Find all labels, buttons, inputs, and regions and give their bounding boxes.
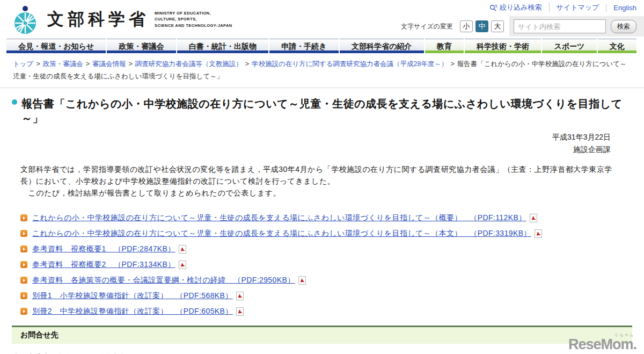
filter-search-link[interactable]: 絞り込み検索	[482, 3, 549, 12]
nav-item[interactable]: 申請・手続き	[269, 39, 339, 53]
publish-department: 施設企画課	[12, 143, 611, 156]
nav-item[interactable]: 文化	[598, 39, 636, 53]
font-size-switcher: 文字サイズの変更 小 中 大	[401, 20, 504, 32]
resemom-watermark: リセマム ReseMom.	[568, 337, 636, 352]
breadcrumb-link[interactable]: 学校施設の在り方に関する調査研究協力者会議（平成28年度～）	[252, 60, 448, 68]
header-tools: 文字サイズの変更 小 中 大 検索	[401, 16, 644, 37]
pdf-icon[interactable]	[236, 292, 244, 300]
breadcrumb-link[interactable]: 審議会情報	[92, 60, 126, 68]
breadcrumb-separator: >	[36, 60, 40, 68]
intro-paragraph-1: 文部科学省では，学習指導要領の改訂や社会状況の変化等を踏まえ，平成30年4月から…	[20, 163, 624, 187]
header-logo[interactable]: 文部科学省 MINISTRY OF EDUCATION, CULTURE, SP…	[11, 4, 232, 34]
breadcrumb-separator: >	[451, 60, 455, 68]
nav-item[interactable]: 会見・報道・お知らせ	[6, 39, 106, 53]
font-size-small-button[interactable]: 小	[460, 20, 473, 32]
site-header: 文部科学省 MINISTRY OF EDUCATION, CULTURE, SP…	[0, 0, 644, 37]
global-nav: 会見・報道・お知らせ 政策・審議会 白書・統計・出版物 申請・手続き 文部科学省…	[0, 37, 644, 53]
nav-item[interactable]: 白書・統計・出版物	[177, 39, 268, 53]
breadcrumb-item: 政策・審議会>	[43, 60, 92, 68]
arrow-bullet-icon	[20, 308, 27, 315]
intro-paragraphs: 文部科学省では，学習指導要領の改訂や社会状況の変化等を踏まえ，平成30年4月から…	[20, 163, 624, 199]
nav-item[interactable]: 文部科学省の紹介	[340, 39, 424, 53]
page-title: 報告書「これからの小・中学校施設の在り方について～児童・生徒の成長を支える場にふ…	[21, 97, 628, 126]
page-title-row: 報告書「これからの小・中学校施設の在り方について～児童・生徒の成長を支える場にふ…	[12, 97, 632, 126]
arrow-bullet-icon	[20, 230, 27, 237]
breadcrumb-link[interactable]: 政策・審議会	[43, 60, 83, 68]
doc-link-row: 参考資料 視察概要1 （PDF:2847KB）	[20, 244, 632, 254]
pdf-document-link[interactable]: 別冊1 小学校施設整備指針（改訂案） （PDF:568KB）	[32, 291, 233, 301]
doc-link-row: 参考資料 各施策等の概要・会議設置要綱・検討の経緯 （PDF:2950KB）	[20, 276, 632, 285]
main-content: 報告書「これからの小・中学校施設の在り方について～児童・生徒の成長を支える場にふ…	[0, 97, 644, 344]
breadcrumb-item: 学校施設の在り方に関する調査研究協力者会議（平成28年度～）>	[252, 60, 457, 68]
nav-item[interactable]: スポーツ	[542, 39, 596, 53]
doc-link-row: 別冊2 中学校施設整備指針（改訂案） （PDF:605KB）	[20, 307, 632, 316]
nav-item[interactable]: 政策・審議会	[107, 39, 175, 53]
pdf-icon[interactable]	[298, 276, 306, 285]
pdf-document-link[interactable]: これからの小・中学校施設の在り方について～児童・生徒の成長を支える場にふさわしい…	[32, 213, 526, 223]
title-bullet-icon	[12, 99, 17, 105]
font-size-large-button[interactable]: 大	[491, 20, 504, 32]
contact-heading-bar: お問合せ先	[12, 326, 632, 344]
arrow-bullet-icon	[20, 277, 27, 284]
pdf-document-link[interactable]: 別冊2 中学校施設整備指針（改訂案） （PDF:605KB）	[32, 307, 233, 316]
logo-subtitle: MINISTRY OF EDUCATION, CULTURE, SPORTS, …	[155, 10, 232, 28]
arrow-bullet-icon	[20, 292, 27, 299]
breadcrumb-separator: >	[86, 60, 90, 68]
site-search-panel: 検索	[509, 16, 644, 37]
doc-link-row: これからの小・中学校施設の在り方について～児童・生徒の成長を支える場にふさわしい…	[20, 213, 632, 223]
site-search-input[interactable]	[514, 19, 606, 33]
font-size-medium-button[interactable]: 中	[475, 20, 488, 32]
intro-paragraph-2: このたび，検討結果が報告書として取りまとめられたので公表します。	[20, 187, 624, 199]
breadcrumb-separator: >	[245, 60, 249, 68]
search-filter-icon	[489, 4, 497, 11]
breadcrumb-separator: >	[129, 60, 133, 68]
logo-title: 文部科学省	[47, 8, 149, 31]
contact-heading: お問合せ先	[20, 330, 58, 339]
mext-emblem-icon	[11, 4, 40, 34]
pdf-icon[interactable]	[535, 229, 542, 238]
breadcrumb-link[interactable]: トップ	[13, 60, 33, 68]
breadcrumb-link[interactable]: 調査研究協力者会議等（文教施設）	[135, 60, 243, 68]
doc-link-row: 参考資料 視察概要2 （PDF:3134KB）	[20, 260, 632, 270]
pdf-document-link[interactable]: これからの小・中学校施設の在り方について～児童・生徒の成長を支える場にふさわしい…	[32, 229, 531, 239]
pdf-icon[interactable]	[179, 261, 186, 269]
pdf-document-link[interactable]: 参考資料 各施策等の概要・会議設置要綱・検討の経緯 （PDF:2950KB）	[32, 276, 295, 285]
arrow-bullet-icon	[20, 261, 27, 268]
site-search-button[interactable]: 検索	[611, 20, 636, 33]
document-links: これからの小・中学校施設の在り方について～児童・生徒の成長を支える場にふさわしい…	[20, 213, 632, 316]
publish-date: 平成31年3月22日	[12, 131, 611, 143]
doc-link-row: 別冊1 小学校施設整備指針（改訂案） （PDF:568KB）	[20, 291, 632, 301]
nav-item[interactable]: 科学技術・学術	[465, 39, 541, 53]
breadcrumb: トップ>政策・審議会>審議会情報>調査研究協力者会議等（文教施設）>学校施設の在…	[0, 53, 644, 88]
font-size-label: 文字サイズの変更	[401, 22, 453, 31]
pdf-document-link[interactable]: 参考資料 視察概要2 （PDF:3134KB）	[32, 260, 175, 270]
pdf-icon[interactable]	[179, 245, 186, 254]
english-link[interactable]: English	[606, 4, 636, 12]
arrow-bullet-icon	[20, 245, 27, 252]
nav-item[interactable]: 教育	[425, 39, 464, 53]
breadcrumb-item: 調査研究協力者会議等（文教施設）>	[135, 60, 252, 68]
arrow-bullet-icon	[20, 214, 27, 221]
watermark-ruby: リセマム	[614, 333, 634, 337]
pdf-document-link[interactable]: 参考資料 視察概要1 （PDF:2847KB）	[32, 244, 175, 254]
pdf-icon[interactable]	[236, 307, 244, 316]
breadcrumb-item: トップ>	[13, 60, 43, 68]
sitemap-link[interactable]: サイトマップ	[549, 3, 606, 12]
doc-link-row: これからの小・中学校施設の在り方について～児童・生徒の成長を支える場にふさわしい…	[20, 229, 632, 239]
breadcrumb-item: 審議会情報>	[92, 60, 135, 68]
date-block: 平成31年3月22日 施設企画課	[12, 131, 632, 156]
pdf-icon[interactable]	[530, 214, 537, 222]
utility-links: 絞り込み検索 サイトマップ English	[482, 3, 636, 12]
